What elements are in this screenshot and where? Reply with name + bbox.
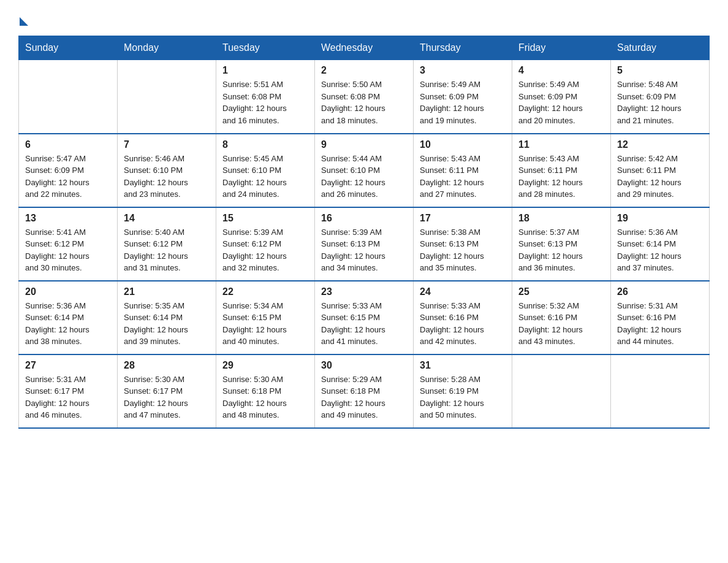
- calendar-cell: 3Sunrise: 5:49 AM Sunset: 6:09 PM Daylig…: [414, 60, 512, 134]
- calendar-cell: 4Sunrise: 5:49 AM Sunset: 6:09 PM Daylig…: [512, 60, 611, 134]
- calendar-week-row: 13Sunrise: 5:41 AM Sunset: 6:12 PM Dayli…: [19, 207, 710, 281]
- calendar-cell: 17Sunrise: 5:38 AM Sunset: 6:13 PM Dayli…: [414, 207, 512, 281]
- calendar-cell: 15Sunrise: 5:39 AM Sunset: 6:12 PM Dayli…: [216, 207, 315, 281]
- calendar-cell: 11Sunrise: 5:43 AM Sunset: 6:11 PM Dayli…: [512, 134, 611, 207]
- day-number: 8: [222, 139, 308, 150]
- day-number: 27: [25, 360, 111, 371]
- calendar-cell: 20Sunrise: 5:36 AM Sunset: 6:14 PM Dayli…: [19, 281, 118, 354]
- day-info: Sunrise: 5:51 AM Sunset: 6:08 PM Dayligh…: [222, 79, 308, 126]
- day-info: Sunrise: 5:39 AM Sunset: 6:12 PM Dayligh…: [222, 226, 308, 274]
- day-info: Sunrise: 5:34 AM Sunset: 6:15 PM Dayligh…: [222, 300, 308, 348]
- day-number: 14: [124, 213, 210, 224]
- day-info: Sunrise: 5:30 AM Sunset: 6:17 PM Dayligh…: [124, 373, 210, 421]
- weekday-header-friday: Friday: [512, 36, 611, 60]
- calendar-week-row: 6Sunrise: 5:47 AM Sunset: 6:09 PM Daylig…: [19, 134, 710, 207]
- calendar-cell: 28Sunrise: 5:30 AM Sunset: 6:17 PM Dayli…: [118, 354, 216, 428]
- logo: [18, 12, 28, 23]
- day-info: Sunrise: 5:30 AM Sunset: 6:18 PM Dayligh…: [222, 373, 308, 421]
- day-number: 12: [617, 139, 703, 150]
- day-info: Sunrise: 5:36 AM Sunset: 6:14 PM Dayligh…: [25, 300, 111, 348]
- day-number: 22: [222, 286, 308, 297]
- calendar-cell: 22Sunrise: 5:34 AM Sunset: 6:15 PM Dayli…: [216, 281, 315, 354]
- day-number: 3: [420, 65, 506, 76]
- day-info: Sunrise: 5:33 AM Sunset: 6:15 PM Dayligh…: [321, 300, 407, 348]
- calendar-cell: 7Sunrise: 5:46 AM Sunset: 6:10 PM Daylig…: [118, 134, 216, 207]
- day-number: 13: [25, 213, 111, 224]
- calendar-cell: 30Sunrise: 5:29 AM Sunset: 6:18 PM Dayli…: [315, 354, 414, 428]
- calendar-cell: 18Sunrise: 5:37 AM Sunset: 6:13 PM Dayli…: [512, 207, 611, 281]
- day-number: 17: [420, 213, 506, 224]
- day-number: 28: [124, 360, 210, 371]
- calendar-cell: 12Sunrise: 5:42 AM Sunset: 6:11 PM Dayli…: [611, 134, 710, 207]
- day-info: Sunrise: 5:47 AM Sunset: 6:09 PM Dayligh…: [25, 153, 111, 201]
- calendar-cell: 19Sunrise: 5:36 AM Sunset: 6:14 PM Dayli…: [611, 207, 710, 281]
- calendar-cell: 29Sunrise: 5:30 AM Sunset: 6:18 PM Dayli…: [216, 354, 315, 428]
- calendar-cell: 14Sunrise: 5:40 AM Sunset: 6:12 PM Dayli…: [118, 207, 216, 281]
- calendar-cell: 21Sunrise: 5:35 AM Sunset: 6:14 PM Dayli…: [118, 281, 216, 354]
- day-info: Sunrise: 5:31 AM Sunset: 6:16 PM Dayligh…: [617, 300, 703, 348]
- calendar-cell: 8Sunrise: 5:45 AM Sunset: 6:10 PM Daylig…: [216, 134, 315, 207]
- day-info: Sunrise: 5:49 AM Sunset: 6:09 PM Dayligh…: [420, 79, 506, 126]
- calendar-cell: 5Sunrise: 5:48 AM Sunset: 6:09 PM Daylig…: [611, 60, 710, 134]
- day-info: Sunrise: 5:37 AM Sunset: 6:13 PM Dayligh…: [518, 226, 604, 274]
- weekday-header-wednesday: Wednesday: [315, 36, 414, 60]
- day-number: 18: [518, 213, 604, 224]
- day-info: Sunrise: 5:42 AM Sunset: 6:11 PM Dayligh…: [617, 153, 703, 201]
- weekday-header-thursday: Thursday: [414, 36, 512, 60]
- day-info: Sunrise: 5:44 AM Sunset: 6:10 PM Dayligh…: [321, 153, 407, 201]
- day-number: 20: [25, 286, 111, 297]
- calendar-cell: 2Sunrise: 5:50 AM Sunset: 6:08 PM Daylig…: [315, 60, 414, 134]
- calendar-cell: 16Sunrise: 5:39 AM Sunset: 6:13 PM Dayli…: [315, 207, 414, 281]
- day-info: Sunrise: 5:48 AM Sunset: 6:09 PM Dayligh…: [617, 79, 703, 126]
- calendar-cell: 31Sunrise: 5:28 AM Sunset: 6:19 PM Dayli…: [414, 354, 512, 428]
- day-info: Sunrise: 5:29 AM Sunset: 6:18 PM Dayligh…: [321, 373, 407, 421]
- day-info: Sunrise: 5:31 AM Sunset: 6:17 PM Dayligh…: [25, 373, 111, 421]
- day-number: 7: [124, 139, 210, 150]
- calendar-table: SundayMondayTuesdayWednesdayThursdayFrid…: [18, 36, 710, 429]
- day-info: Sunrise: 5:33 AM Sunset: 6:16 PM Dayligh…: [420, 300, 506, 348]
- calendar-cell: 23Sunrise: 5:33 AM Sunset: 6:15 PM Dayli…: [315, 281, 414, 354]
- calendar-cell: 1Sunrise: 5:51 AM Sunset: 6:08 PM Daylig…: [216, 60, 315, 134]
- day-number: 11: [518, 139, 604, 150]
- day-info: Sunrise: 5:35 AM Sunset: 6:14 PM Dayligh…: [124, 300, 210, 348]
- day-number: 10: [420, 139, 506, 150]
- day-info: Sunrise: 5:38 AM Sunset: 6:13 PM Dayligh…: [420, 226, 506, 274]
- calendar-cell: 6Sunrise: 5:47 AM Sunset: 6:09 PM Daylig…: [19, 134, 118, 207]
- day-number: 16: [321, 213, 407, 224]
- day-number: 30: [321, 360, 407, 371]
- day-info: Sunrise: 5:46 AM Sunset: 6:10 PM Dayligh…: [124, 153, 210, 201]
- day-info: Sunrise: 5:45 AM Sunset: 6:10 PM Dayligh…: [222, 153, 308, 201]
- calendar-cell: 27Sunrise: 5:31 AM Sunset: 6:17 PM Dayli…: [19, 354, 118, 428]
- day-number: 15: [222, 213, 308, 224]
- calendar-cell: 26Sunrise: 5:31 AM Sunset: 6:16 PM Dayli…: [611, 281, 710, 354]
- calendar-cell: 9Sunrise: 5:44 AM Sunset: 6:10 PM Daylig…: [315, 134, 414, 207]
- day-info: Sunrise: 5:41 AM Sunset: 6:12 PM Dayligh…: [25, 226, 111, 274]
- weekday-header-monday: Monday: [118, 36, 216, 60]
- day-number: 23: [321, 286, 407, 297]
- day-number: 6: [25, 139, 111, 150]
- day-number: 9: [321, 139, 407, 150]
- calendar-cell: [19, 60, 118, 134]
- day-number: 29: [222, 360, 308, 371]
- calendar-header-row: SundayMondayTuesdayWednesdayThursdayFrid…: [19, 36, 710, 60]
- calendar-cell: 13Sunrise: 5:41 AM Sunset: 6:12 PM Dayli…: [19, 207, 118, 281]
- day-info: Sunrise: 5:39 AM Sunset: 6:13 PM Dayligh…: [321, 226, 407, 274]
- day-info: Sunrise: 5:32 AM Sunset: 6:16 PM Dayligh…: [518, 300, 604, 348]
- calendar-week-row: 1Sunrise: 5:51 AM Sunset: 6:08 PM Daylig…: [19, 60, 710, 134]
- calendar-cell: [512, 354, 611, 428]
- day-number: 24: [420, 286, 506, 297]
- day-info: Sunrise: 5:40 AM Sunset: 6:12 PM Dayligh…: [124, 226, 210, 274]
- calendar-cell: 10Sunrise: 5:43 AM Sunset: 6:11 PM Dayli…: [414, 134, 512, 207]
- day-info: Sunrise: 5:28 AM Sunset: 6:19 PM Dayligh…: [420, 373, 506, 421]
- logo-triangle-icon: [20, 17, 28, 26]
- day-number: 19: [617, 213, 703, 224]
- weekday-header-saturday: Saturday: [611, 36, 710, 60]
- day-number: 2: [321, 65, 407, 76]
- day-number: 4: [518, 65, 604, 76]
- day-info: Sunrise: 5:36 AM Sunset: 6:14 PM Dayligh…: [617, 226, 703, 274]
- day-number: 1: [222, 65, 308, 76]
- day-info: Sunrise: 5:50 AM Sunset: 6:08 PM Dayligh…: [321, 79, 407, 126]
- day-number: 25: [518, 286, 604, 297]
- day-number: 21: [124, 286, 210, 297]
- calendar-cell: 24Sunrise: 5:33 AM Sunset: 6:16 PM Dayli…: [414, 281, 512, 354]
